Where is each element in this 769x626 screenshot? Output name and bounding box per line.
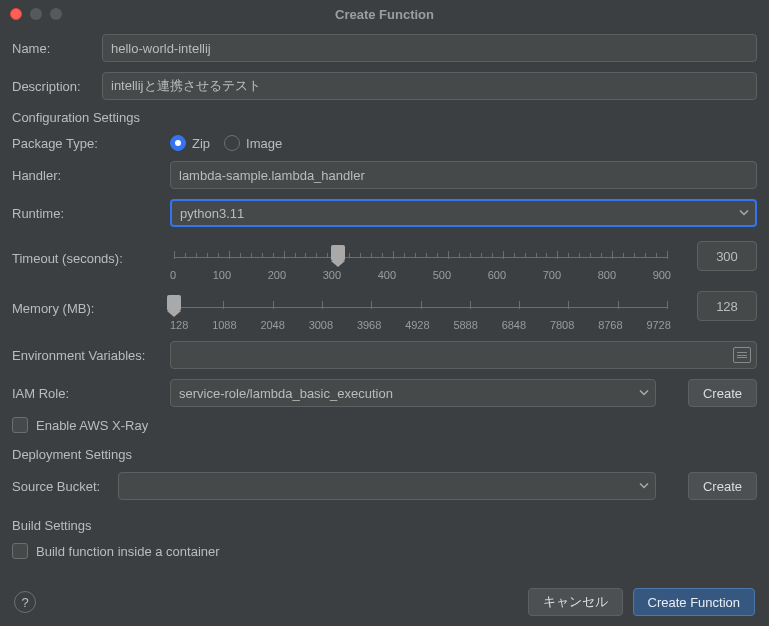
create-bucket-button[interactable]: Create	[688, 472, 757, 500]
build-settings-heading: Build Settings	[12, 518, 757, 533]
env-vars-input[interactable]	[170, 341, 757, 369]
timeout-label: Timeout (seconds):	[12, 241, 160, 266]
description-label: Description:	[12, 79, 92, 94]
checkbox-unchecked-icon	[12, 417, 28, 433]
source-bucket-select[interactable]	[118, 472, 656, 500]
image-label: Image	[246, 136, 282, 151]
window-controls	[10, 8, 62, 20]
timeout-slider[interactable]: 0100200300400500600700800900	[170, 241, 671, 281]
chevron-down-icon	[639, 479, 649, 494]
package-type-image-option[interactable]: Image	[224, 135, 282, 151]
radio-unchecked-icon	[224, 135, 240, 151]
env-label: Environment Variables:	[12, 348, 160, 363]
deploy-settings-heading: Deployment Settings	[12, 447, 757, 462]
memory-slider[interactable]: 1281088204830083968492858886848780887689…	[170, 291, 671, 331]
chevron-down-icon	[739, 206, 749, 221]
close-window-icon[interactable]	[10, 8, 22, 20]
cancel-button[interactable]: キャンセル	[528, 588, 623, 616]
memory-value[interactable]: 128	[697, 291, 757, 321]
memory-label: Memory (MB):	[12, 291, 160, 316]
zip-label: Zip	[192, 136, 210, 151]
titlebar: Create Function	[0, 0, 769, 28]
handler-label: Handler:	[12, 168, 160, 183]
package-type-label: Package Type:	[12, 136, 160, 151]
list-icon[interactable]	[733, 347, 751, 363]
description-input[interactable]	[102, 72, 757, 100]
runtime-select[interactable]: python3.11	[170, 199, 757, 227]
xray-label: Enable AWS X-Ray	[36, 418, 148, 433]
checkbox-unchecked-icon	[12, 543, 28, 559]
help-button[interactable]: ?	[14, 591, 36, 613]
timeout-value[interactable]: 300	[697, 241, 757, 271]
config-settings-heading: Configuration Settings	[12, 110, 757, 125]
package-type-zip-option[interactable]: Zip	[170, 135, 210, 151]
iam-label: IAM Role:	[12, 386, 160, 401]
zoom-window-icon[interactable]	[50, 8, 62, 20]
name-label: Name:	[12, 41, 92, 56]
xray-checkbox-row[interactable]: Enable AWS X-Ray	[12, 417, 757, 433]
radio-checked-icon	[170, 135, 186, 151]
iam-role-select[interactable]: service-role/lambda_basic_execution	[170, 379, 656, 407]
dialog-footer: ? キャンセル Create Function	[0, 578, 769, 626]
build-container-checkbox-row[interactable]: Build function inside a container	[12, 543, 757, 559]
window-title: Create Function	[0, 7, 769, 22]
create-iam-button[interactable]: Create	[688, 379, 757, 407]
runtime-label: Runtime:	[12, 206, 160, 221]
chevron-down-icon	[639, 386, 649, 401]
source-bucket-label: Source Bucket:	[12, 479, 108, 494]
name-input[interactable]	[102, 34, 757, 62]
runtime-value: python3.11	[180, 206, 244, 221]
handler-input[interactable]	[170, 161, 757, 189]
create-function-button[interactable]: Create Function	[633, 588, 756, 616]
build-container-label: Build function inside a container	[36, 544, 220, 559]
iam-role-value: service-role/lambda_basic_execution	[179, 386, 393, 401]
minimize-window-icon[interactable]	[30, 8, 42, 20]
